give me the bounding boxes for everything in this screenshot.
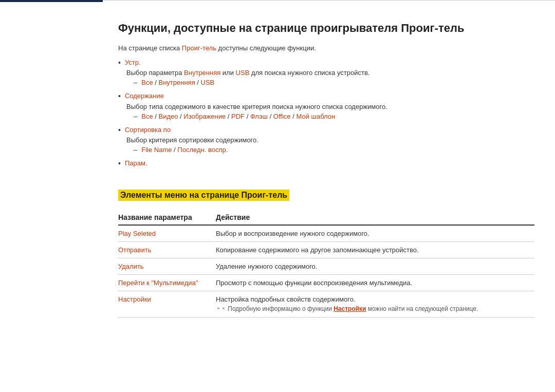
param-name: Удалить bbox=[118, 263, 216, 270]
table-row: Перейти к "Мультимедиа" Просмотр с помощ… bbox=[118, 275, 534, 291]
param-name: Play Seleted bbox=[118, 230, 216, 237]
sub-bullet-content: Все / Видео / Изображение / PDF / Флэш /… bbox=[141, 113, 335, 120]
bullet-desc: Выбор параметра Внутренняя или USB для п… bbox=[126, 69, 534, 77]
param-action: Выбор и воспроизведение нужного содержим… bbox=[216, 230, 534, 237]
page-container: Функции, доступные на странице проигрыва… bbox=[0, 0, 555, 392]
sub-bullet: – File Name / Последн. воспр. bbox=[134, 146, 534, 154]
table-row: Play Seleted Выбор и воспроизведение нуж… bbox=[118, 226, 534, 242]
sub-bullet-content: Все / Внутренняя / USB bbox=[141, 79, 214, 86]
param-action: Удаление нужного содержимого. bbox=[216, 263, 534, 270]
param-name: Перейти к "Мультимедиа" bbox=[118, 279, 216, 287]
link-flash[interactable]: Флэш bbox=[250, 113, 268, 120]
link-image[interactable]: Изображение bbox=[183, 113, 226, 120]
table-header: Название параметра Действие bbox=[118, 213, 534, 226]
bullet-dot: • bbox=[118, 58, 121, 68]
intro-text: На странице списка Проиг-тель доступны с… bbox=[118, 44, 534, 52]
bullet-label: Устр. bbox=[125, 58, 141, 67]
sidebar bbox=[0, 0, 103, 392]
link-all[interactable]: Все bbox=[141, 79, 153, 86]
link-mytemplate[interactable]: Мой шаблон bbox=[296, 113, 335, 120]
link-usb2[interactable]: USB bbox=[201, 79, 215, 86]
intro-link[interactable]: Проиг-тель bbox=[182, 44, 216, 52]
list-item: • Устр. Выбор параметра Внутренняя или U… bbox=[118, 58, 534, 87]
page-title: Функции, доступные на странице проигрыва… bbox=[118, 21, 534, 36]
col1-header: Название параметра bbox=[118, 213, 216, 221]
link-lastplayed[interactable]: Последн. воспр. bbox=[177, 146, 228, 154]
dash-icon: – bbox=[134, 146, 137, 154]
dash-icon: – bbox=[134, 113, 137, 120]
sub-bullet: – Все / Видео / Изображение / PDF / Флэш… bbox=[134, 113, 534, 120]
bullet-dot: • bbox=[118, 125, 121, 136]
link-internal[interactable]: Внутренняя bbox=[184, 69, 220, 77]
bullet-label: Парам. bbox=[125, 159, 147, 168]
link-office[interactable]: Office bbox=[273, 113, 291, 120]
table-row: Отправить Копирование содержимого на дру… bbox=[118, 242, 534, 258]
param-action: Просмотр с помощью функции воспроизведен… bbox=[216, 279, 534, 287]
main-content: Функции, доступные на странице проигрыва… bbox=[103, 0, 555, 392]
table-section: Название параметра Действие Play Seleted… bbox=[118, 213, 534, 318]
list-item: • Парам. bbox=[118, 159, 534, 169]
link-filename[interactable]: File Name bbox=[141, 146, 172, 154]
param-name: Настройки bbox=[118, 295, 216, 303]
bullet-desc: Выбор типа содержимого в качестве критер… bbox=[126, 103, 534, 110]
link-all2[interactable]: Все bbox=[141, 113, 153, 120]
sub-bullet-content: File Name / Последн. воспр. bbox=[141, 146, 228, 154]
list-item: • Сортировка по Выбор критерия сортировк… bbox=[118, 125, 534, 154]
table-row: Удалить Удаление нужного содержимого. bbox=[118, 258, 534, 275]
param-action: Копирование содержимого на другое запоми… bbox=[216, 246, 534, 254]
link-internal2[interactable]: Внутренняя bbox=[158, 79, 195, 86]
note-link[interactable]: Настройки bbox=[334, 305, 366, 312]
table-row: Настройки Настройка подробных свойств со… bbox=[118, 291, 534, 318]
bullet-list: • Устр. Выбор параметра Внутренняя или U… bbox=[118, 58, 534, 169]
param-name: Отправить bbox=[118, 246, 216, 254]
bullet-label: Содержание bbox=[125, 91, 164, 101]
link-usb[interactable]: USB bbox=[236, 69, 250, 77]
bullet-desc: Выбор критерия сортировки содержимого. bbox=[126, 136, 534, 144]
param-action: Настройка подробных свойств содержимого.… bbox=[216, 295, 534, 313]
bullet-dot: • bbox=[118, 159, 121, 169]
bullet-dot: • bbox=[118, 91, 121, 102]
col2-header: Действие bbox=[216, 213, 534, 221]
section-heading: Элементы меню на странице Проиг-тель bbox=[118, 190, 289, 201]
sub-bullet: – Все / Внутренняя / USB bbox=[134, 79, 534, 86]
list-item: • Содержание Выбор типа содержимого в ка… bbox=[118, 91, 534, 120]
dash-icon: – bbox=[134, 79, 137, 86]
link-video[interactable]: Видео bbox=[158, 113, 178, 120]
bullet-label: Сортировка по bbox=[125, 125, 171, 135]
link-pdf[interactable]: PDF bbox=[231, 113, 245, 120]
note-text: ＊＊ Подробную информацию о функции Настро… bbox=[216, 305, 534, 313]
